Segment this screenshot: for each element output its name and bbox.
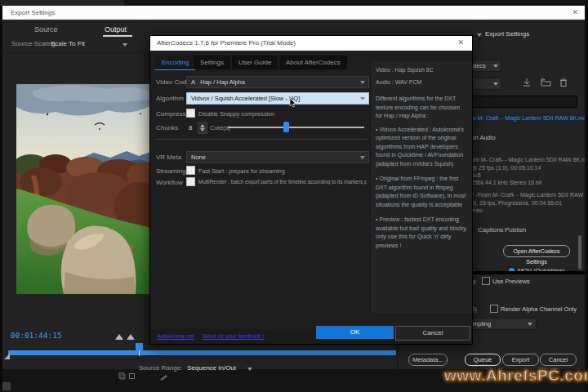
chevron-down-icon (247, 368, 252, 371)
streaming-label: Streaming (156, 167, 185, 175)
metadata-button[interactable]: Metadata... (408, 354, 448, 366)
source-range-label: Source Range: (139, 364, 182, 372)
use-previews-checkbox[interactable] (482, 277, 490, 285)
folder-icon[interactable] (541, 78, 551, 87)
chevron-down-icon[interactable] (477, 33, 482, 37)
dialog-bottom-bar: Autokroma.net Send us your feedback ! OK… (150, 329, 472, 344)
dialog-body: Encoding Settings User Guide About After… (150, 51, 472, 344)
video-codec-dropdown[interactable]: A Hap / Hap Alpha (186, 76, 369, 88)
chevron-down-icon (493, 82, 498, 86)
window-close-icon[interactable]: ✕ (572, 8, 578, 16)
chevron-down-icon (528, 323, 532, 326)
preset-dropdown[interactable] (471, 78, 501, 90)
playhead-stem (139, 350, 140, 356)
vr-meta-dropdown[interactable]: None (186, 151, 369, 163)
chevron-down-icon (493, 65, 498, 68)
summary-line: ereo (471, 207, 483, 213)
section-divider (471, 271, 585, 274)
scrollbar-thumb[interactable] (578, 235, 581, 270)
panel-header: Export Settings (485, 30, 529, 38)
open-aftercodecs-settings-button[interactable]: Open AfterCodecs Settings (503, 245, 570, 257)
info-bullet: • Vidvox Accelerated : Autokroma's optim… (376, 126, 467, 169)
step-forward-icon[interactable] (127, 334, 135, 340)
playhead[interactable] (136, 343, 143, 350)
workflow-label: Workflow (156, 179, 183, 186)
comment-field[interactable] (471, 96, 577, 108)
chunks-slider[interactable] (228, 127, 364, 128)
queue-button[interactable]: Queue (465, 354, 501, 366)
multirender-checkbox[interactable] (186, 177, 195, 186)
dialog-cancel-button[interactable]: Cancel (395, 326, 470, 341)
timeline-range-bar[interactable] (8, 350, 396, 355)
feedback-link[interactable]: Send us your feedback ! (203, 333, 265, 339)
tab-publish[interactable]: Publish (505, 226, 526, 234)
snappy-checkbox[interactable] (186, 109, 195, 118)
cancel-button[interactable]: Cancel (540, 354, 577, 366)
source-range-dropdown[interactable]: Sequence In/Out (187, 364, 236, 372)
window-titlebar[interactable]: Export Settings ✕ (2, 6, 585, 20)
dialog-tab-user-guide[interactable]: User Guide (232, 56, 278, 69)
step-back-icon[interactable] (115, 334, 123, 340)
crop-icon[interactable] (118, 372, 126, 380)
codec-shortcut: A (191, 78, 195, 86)
export-button[interactable]: Export (502, 354, 539, 366)
summary-line: y -From M- Craft- - Magic Lantern 5DII R… (471, 192, 585, 198)
output-name-link[interactable]: m M- Craft- - Magic Lantern 5DII RAW 8K.… (471, 115, 585, 121)
window-title: Export Settings (11, 9, 55, 16)
codec-info-panel: Video : Hap Squish 8C Audio : WAV PCM Di… (370, 61, 472, 313)
spinner-up-icon[interactable] (200, 124, 205, 127)
chevron-down-icon (360, 156, 365, 159)
dialog-close-icon[interactable]: ✕ (457, 38, 464, 47)
tab-captions[interactable]: Captions (478, 226, 504, 234)
in-point-marker[interactable] (4, 354, 10, 359)
pen-icon[interactable] (159, 373, 169, 381)
summary-line: 256k 44.1 kHz Stereo 16 bit (471, 180, 541, 185)
frame-sampling-dropdown[interactable]: mpling (471, 318, 537, 330)
chevron-down-icon (360, 97, 365, 100)
chunks-value: 8 (189, 124, 192, 131)
dialog-titlebar[interactable]: AfterCodecs 1.7.6 for Premiere Pro (Tria… (150, 36, 472, 51)
export-settings-panel: Export Settings decs m M- Craft- - Magic… (471, 20, 585, 369)
summary-line: om M- Craft- - Magic Lantern 5DII RAW 8K… (471, 157, 585, 163)
chevron-down-icon (360, 81, 365, 84)
fast-start-checkbox[interactable] (186, 166, 195, 175)
ok-button[interactable]: OK (316, 326, 394, 339)
info-bullet: • Original from FFmpeg : the first DXT a… (376, 175, 467, 209)
summary-line: 0), 25 fps, Progressive, 00:04:55:01 (471, 200, 562, 206)
aftercodecs-dialog: AfterCodecs 1.7.6 for Premiere Pro (Tria… (149, 35, 473, 345)
tab-output[interactable]: Output (105, 25, 127, 33)
tab-output-underline (103, 35, 132, 37)
autokroma-link[interactable]: Autokroma.net (157, 333, 194, 339)
spinner-down-icon[interactable] (200, 128, 205, 131)
multirender-label: MultiRender : batch export parts of the … (198, 179, 367, 185)
dialog-tab-settings[interactable]: Settings (194, 56, 230, 69)
render-alpha-checkbox[interactable] (490, 305, 498, 313)
chunks-slider-handle[interactable] (283, 122, 289, 132)
vr-meta-label: VR Meta (156, 154, 181, 161)
info-bullet: • Preview : fastest DXT encoding availab… (376, 216, 467, 250)
panel-corner (2, 382, 11, 390)
chunks-stepper[interactable] (198, 122, 207, 134)
mouse-cursor-icon (289, 98, 297, 108)
format-dropdown[interactable]: decs (471, 60, 501, 72)
frame-icon[interactable] (128, 372, 136, 380)
render-alpha-label: Render Alpha Channel Only (501, 305, 577, 313)
trash-icon[interactable] (559, 78, 568, 87)
watermark: www.AhrefsPC.com (444, 367, 588, 385)
dialog-title: AfterCodecs 1.7.6 for Premiere Pro (Tria… (157, 39, 296, 47)
dialog-tab-encoding[interactable]: Encoding (155, 56, 195, 70)
snappy-checkbox-label: Disable Snappy compression (198, 110, 274, 118)
source-scaling-dropdown[interactable]: Scale To Fit (51, 40, 85, 47)
preview-image (16, 84, 151, 294)
algorithm-dropdown[interactable]: Vidvox / Squish Accelerated [Slow - HQ] (186, 92, 369, 105)
info-intro: Different algorithms for the DXT texture… (376, 95, 467, 121)
save-preset-icon[interactable] (522, 78, 532, 87)
chunks-label: Chunks (156, 124, 178, 131)
timecode: 00:01:44:15 (11, 332, 62, 340)
chevron-down-icon (122, 43, 127, 47)
dialog-tab-about[interactable]: About AfterCodecs (279, 56, 347, 69)
info-audio: Audio : WAV PCM (376, 78, 467, 87)
fast-start-label: Fast Start : prepare for streaming (198, 167, 285, 175)
tab-source[interactable]: Source (34, 25, 58, 33)
mov-radio[interactable]: MOV (Quicktime) (509, 263, 565, 271)
